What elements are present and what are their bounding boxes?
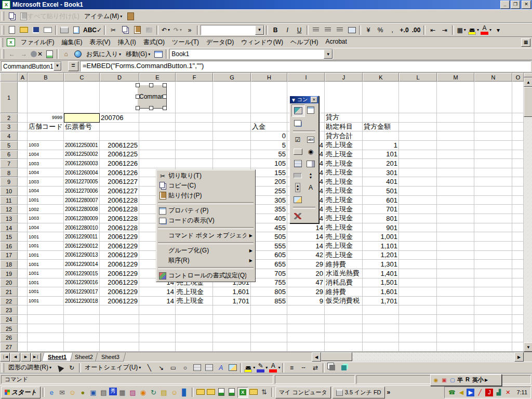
cell-O2[interactable] (512, 113, 524, 123)
workbook-icon[interactable]: X (7, 38, 15, 46)
cell-O17[interactable] (512, 251, 524, 260)
row-header-27[interactable]: 27 (0, 342, 18, 352)
ime-mode-icon[interactable]: ◉ (432, 377, 440, 384)
cell-M20[interactable] (437, 278, 474, 288)
cell-L20[interactable] (399, 278, 437, 288)
toolbar-grip[interactable] (2, 363, 4, 373)
cell-I18[interactable]: 29 (287, 260, 325, 269)
ime-j-icon[interactable]: J (485, 389, 493, 396)
cell-H20[interactable]: 755 (251, 278, 287, 288)
row-header-7[interactable]: 7 (0, 159, 18, 168)
cell-L7[interactable] (399, 159, 437, 168)
menu-h[interactable]: ヘルプ(H) (287, 37, 322, 48)
cell-J2[interactable]: 貸方 (325, 113, 363, 123)
cell-D4[interactable] (100, 131, 139, 141)
cell-B21[interactable]: 1001 (28, 287, 64, 297)
cell-M5[interactable] (437, 141, 474, 150)
align-center-button[interactable] (322, 25, 334, 35)
cell-J4[interactable]: 貸方合計 (325, 131, 363, 141)
cell-N12[interactable] (474, 205, 512, 214)
cell-D22[interactable]: 20061229 (100, 297, 139, 306)
scroll-up-icon[interactable]: ▲ (524, 77, 532, 87)
cell-C23[interactable] (64, 305, 100, 315)
cell-M7[interactable] (437, 159, 474, 168)
notepad-icon[interactable]: ▤ (159, 388, 169, 397)
refresh-button[interactable] (44, 49, 55, 59)
column-header-M[interactable]: M (437, 73, 474, 82)
items-menu-button[interactable]: アイテム(M)▾ (82, 11, 124, 21)
cell-E6[interactable] (139, 150, 176, 159)
scroll-left-icon[interactable]: ◀ (312, 352, 321, 362)
cell-A9[interactable] (18, 177, 28, 187)
cell-M14[interactable] (437, 223, 474, 233)
cell-O11[interactable] (512, 196, 524, 205)
cell-M21[interactable] (437, 287, 474, 297)
cell-K20[interactable]: 1,501 (363, 278, 399, 288)
cell-D21[interactable]: 20061229 (100, 287, 139, 297)
cell-J23[interactable] (325, 305, 363, 315)
cell-D3[interactable] (100, 123, 139, 132)
cell-K21[interactable]: 1,601 (363, 287, 399, 297)
cell-F1[interactable] (176, 82, 213, 113)
row-header-11[interactable]: 11 (0, 196, 18, 205)
cell-E26[interactable] (139, 333, 176, 342)
column-header-L[interactable]: L (399, 73, 437, 82)
cell-B17[interactable]: 1001 (28, 251, 64, 260)
cell-C5[interactable]: 200612250001 (64, 141, 100, 150)
more-buttons[interactable]: » (184, 25, 195, 35)
cell-H11[interactable]: 305 (251, 196, 287, 205)
name-box[interactable]: CommandButton1 ▼ (1, 61, 62, 71)
cell-I14[interactable]: 14 (287, 223, 325, 233)
cell-K3[interactable]: 貸方金額 (363, 123, 399, 132)
cell-C6[interactable]: 200612250002 (64, 150, 100, 159)
cell-N11[interactable] (474, 196, 512, 205)
cell-M4[interactable] (437, 131, 474, 141)
paint-tools-icon[interactable]: ▨ (128, 388, 138, 397)
underline-button[interactable]: U (294, 25, 305, 35)
cell-J13[interactable]: 売上現金 (325, 214, 363, 223)
stop-button[interactable]: ✕ (30, 49, 43, 59)
formula-input[interactable]: =EMBED("Forms.CommandButton.1","") (80, 61, 531, 72)
player-tray-icon[interactable]: ▶ (467, 389, 474, 396)
cell-O6[interactable] (512, 150, 524, 159)
cell-C21[interactable]: 200612290017 (64, 287, 100, 297)
cell-K19[interactable]: 1,401 (363, 269, 399, 278)
cell-M18[interactable] (437, 260, 474, 269)
cell-G22[interactable]: 1,701 (213, 297, 251, 306)
cell-H12[interactable]: 355 (251, 205, 287, 214)
cell-L26[interactable] (399, 333, 437, 342)
cell-J9[interactable]: 売上現金 (325, 177, 363, 187)
sheet-tab-sheet1[interactable]: Sheet1 (42, 353, 73, 362)
cell-M17[interactable] (437, 251, 474, 260)
cell-J11[interactable]: 売上現金 (325, 196, 363, 205)
merge-center-button[interactable] (346, 25, 357, 35)
cell-J18[interactable]: 維持費 (325, 260, 363, 269)
cell-B19[interactable]: 1001 (28, 269, 64, 278)
cell-A12[interactable] (18, 205, 28, 214)
textbox-control-button[interactable]: abl (304, 134, 317, 145)
cell-B10[interactable]: 1004 (28, 187, 64, 196)
mail-button[interactable] (42, 25, 54, 35)
column-header-N[interactable]: N (474, 73, 512, 82)
cell-M25[interactable] (437, 324, 474, 334)
cell-H6[interactable]: 55 (251, 150, 287, 159)
cell-M16[interactable] (437, 242, 474, 251)
cell-L1[interactable] (399, 82, 437, 113)
recycle-bin-icon[interactable]: ↻ (149, 388, 158, 397)
task-monitor-icon[interactable]: ▟ (495, 389, 502, 396)
cell-G5[interactable] (213, 141, 251, 150)
cell-F25[interactable] (176, 324, 213, 334)
cell-N25[interactable] (474, 324, 512, 334)
cell-J22[interactable]: 仮受消費税 (325, 297, 363, 306)
cell-H13[interactable]: 405 (251, 214, 287, 223)
cell-O7[interactable] (512, 159, 524, 168)
selection-handle[interactable] (136, 83, 140, 87)
cell-H4[interactable]: 0 (251, 131, 287, 141)
disconnected-icon[interactable]: ✕ (504, 389, 512, 396)
cell-D25[interactable] (100, 324, 139, 334)
cell-E27[interactable] (139, 342, 176, 352)
cell-O10[interactable] (512, 187, 524, 196)
start-button[interactable]: スタート (1, 387, 41, 398)
cell-A10[interactable] (18, 187, 28, 196)
cell-F23[interactable] (176, 305, 213, 315)
